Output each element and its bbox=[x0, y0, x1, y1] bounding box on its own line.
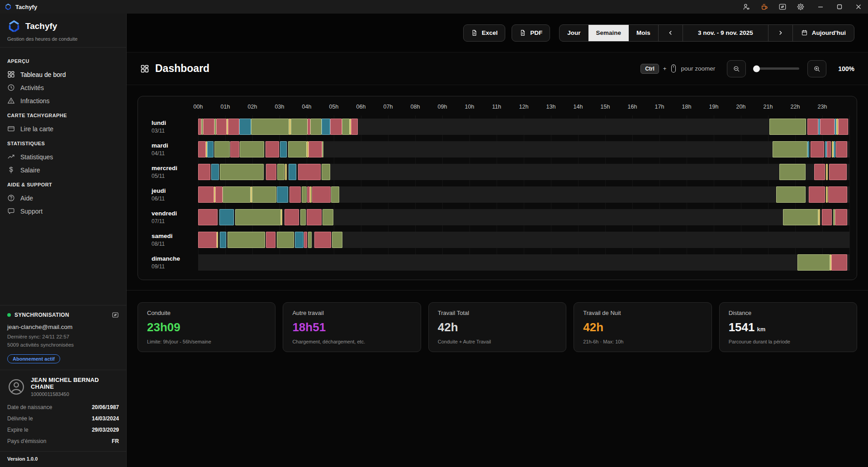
activity-segment-pause[interactable] bbox=[285, 164, 287, 180]
view-day-tab[interactable]: Jour bbox=[560, 25, 588, 41]
sidebar-item-tableau-de-bord[interactable]: Tableau de bord bbox=[7, 68, 119, 81]
view-week-tab[interactable]: Semaine bbox=[588, 25, 629, 41]
sidebar-item-support[interactable]: Support bbox=[7, 205, 119, 218]
activity-segment-conduite[interactable] bbox=[836, 141, 847, 157]
activity-segment-pause[interactable] bbox=[310, 186, 312, 203]
activity-segment-autre-travail[interactable] bbox=[331, 186, 339, 203]
activity-segment-conduite[interactable] bbox=[198, 119, 201, 135]
sidebar-item-aide[interactable]: Aide bbox=[7, 191, 119, 205]
activity-segment-autre-travail[interactable] bbox=[277, 232, 294, 248]
activity-segment-autre-travail[interactable] bbox=[251, 119, 289, 135]
activity-segment-autre-travail[interactable] bbox=[223, 186, 251, 203]
activity-segment-conduite[interactable] bbox=[835, 209, 847, 225]
activity-segment-conduite[interactable] bbox=[304, 232, 307, 248]
activity-segment-disponibilite[interactable] bbox=[295, 232, 304, 248]
activity-segment-autre-travail[interactable] bbox=[302, 186, 307, 203]
minimize-button[interactable] bbox=[811, 0, 830, 14]
export-excel-button[interactable]: Excel bbox=[463, 24, 505, 42]
activity-segment-conduite[interactable] bbox=[831, 254, 847, 271]
activity-segment-conduite[interactable] bbox=[828, 186, 847, 203]
activity-segment-disponibilite[interactable] bbox=[277, 186, 288, 203]
close-icon[interactable] bbox=[849, 0, 868, 14]
activity-segment-pause[interactable] bbox=[307, 141, 308, 157]
activity-segment-conduite[interactable] bbox=[838, 119, 848, 135]
coffee-icon[interactable] bbox=[760, 3, 768, 11]
activity-segment-disponibilite[interactable] bbox=[280, 141, 287, 157]
sidebar-item-lire-la-carte[interactable]: Lire la carte bbox=[7, 122, 119, 135]
accounts-icon[interactable] bbox=[742, 3, 750, 11]
zoom-slider-thumb[interactable] bbox=[753, 65, 760, 72]
activity-segment-autre-travail[interactable] bbox=[310, 119, 322, 135]
activity-segment-autre-travail[interactable] bbox=[288, 141, 307, 157]
previous-period-button[interactable] bbox=[659, 25, 683, 41]
activity-segment-autre-travail[interactable] bbox=[783, 209, 818, 225]
activity-segment-autre-travail[interactable] bbox=[291, 119, 308, 135]
activity-segment-autre-travail[interactable] bbox=[277, 164, 285, 180]
activity-segment-conduite[interactable] bbox=[298, 164, 321, 180]
activity-segment-conduite[interactable] bbox=[230, 141, 239, 157]
activity-segment-conduite[interactable] bbox=[330, 119, 342, 135]
activity-segment-conduite[interactable] bbox=[228, 119, 239, 135]
activity-segment-disponibilite[interactable] bbox=[289, 164, 296, 180]
activity-segment-conduite[interactable] bbox=[809, 186, 825, 203]
activity-segment-pause[interactable] bbox=[281, 209, 282, 225]
activity-segment-conduite[interactable] bbox=[203, 119, 214, 135]
activity-segment-disponibilite[interactable] bbox=[834, 141, 835, 157]
activity-segment-conduite[interactable] bbox=[198, 232, 217, 248]
activity-segment-autre-travail[interactable] bbox=[332, 232, 342, 248]
activity-segment-autre-travail[interactable] bbox=[308, 232, 312, 248]
activity-segment-autre-travail[interactable] bbox=[322, 164, 330, 180]
zoom-in-button[interactable] bbox=[807, 60, 826, 77]
activity-segment-conduite[interactable] bbox=[308, 141, 322, 157]
activity-segment-conduite[interactable] bbox=[827, 141, 831, 157]
zoom-out-button[interactable] bbox=[727, 60, 746, 77]
activity-segment-conduite[interactable] bbox=[308, 119, 311, 135]
activity-segment-conduite[interactable] bbox=[216, 119, 227, 135]
activity-segment-autre-travail[interactable] bbox=[323, 209, 333, 225]
activity-segment-conduite[interactable] bbox=[266, 164, 276, 180]
activity-segment-conduite[interactable] bbox=[314, 232, 331, 248]
activity-segment-disponibilite[interactable] bbox=[207, 141, 213, 157]
activity-segment-autre-travail[interactable] bbox=[773, 141, 807, 157]
activity-segment-disponibilite[interactable] bbox=[239, 119, 251, 135]
activity-segment-autre-travail[interactable] bbox=[220, 164, 264, 180]
activity-segment-pause[interactable] bbox=[217, 232, 218, 248]
today-button[interactable]: Aujourd'hui bbox=[793, 25, 854, 41]
sync-refresh-icon[interactable] bbox=[112, 311, 119, 319]
activity-segment-conduite[interactable] bbox=[198, 141, 206, 157]
activity-segment-autre-travail[interactable] bbox=[776, 186, 806, 203]
sidebar-item-infractions[interactable]: Infractions bbox=[7, 94, 119, 107]
activity-segment-autre-travail[interactable] bbox=[342, 119, 350, 135]
activity-segment-conduite[interactable] bbox=[198, 209, 218, 225]
activity-segment-conduite[interactable] bbox=[829, 164, 847, 180]
maximize-button[interactable] bbox=[830, 0, 849, 14]
activity-segment-autre-travail[interactable] bbox=[214, 141, 230, 157]
activity-segment-autre-travail[interactable] bbox=[228, 232, 265, 248]
activity-segment-conduite[interactable] bbox=[285, 209, 299, 225]
card-sync-icon[interactable] bbox=[778, 3, 787, 11]
activity-segment-conduite[interactable] bbox=[822, 209, 832, 225]
activity-segment-autre-travail[interactable] bbox=[235, 209, 281, 225]
activity-segment-conduite[interactable] bbox=[266, 141, 279, 157]
activity-segment-autre-travail[interactable] bbox=[322, 141, 324, 157]
activity-segment-autre-travail[interactable] bbox=[240, 141, 264, 157]
zoom-slider[interactable] bbox=[754, 67, 799, 70]
activity-segment-conduite[interactable] bbox=[215, 186, 223, 203]
export-pdf-button[interactable]: PDF bbox=[512, 24, 550, 42]
activity-segment-disponibilite[interactable] bbox=[807, 141, 809, 157]
activity-segment-conduite[interactable] bbox=[312, 186, 331, 203]
activity-segment-pause[interactable] bbox=[826, 164, 828, 180]
activity-segment-autre-travail[interactable] bbox=[769, 119, 806, 135]
activity-segment-conduite[interactable] bbox=[307, 209, 322, 225]
activity-segment-conduite[interactable] bbox=[807, 119, 818, 135]
gear-icon[interactable] bbox=[797, 3, 805, 11]
activity-segment-disponibilite[interactable] bbox=[219, 209, 234, 225]
activity-segment-pause[interactable] bbox=[826, 186, 828, 203]
activity-segment-conduite[interactable] bbox=[198, 164, 210, 180]
activity-segment-conduite[interactable] bbox=[820, 119, 835, 135]
sidebar-item-salaire[interactable]: Salaire bbox=[7, 163, 119, 176]
next-period-button[interactable] bbox=[768, 25, 792, 41]
activity-segment-disponibilite[interactable] bbox=[322, 119, 330, 135]
activity-segment-conduite[interactable] bbox=[811, 141, 825, 157]
activity-segment-autre-travail[interactable] bbox=[252, 186, 276, 203]
